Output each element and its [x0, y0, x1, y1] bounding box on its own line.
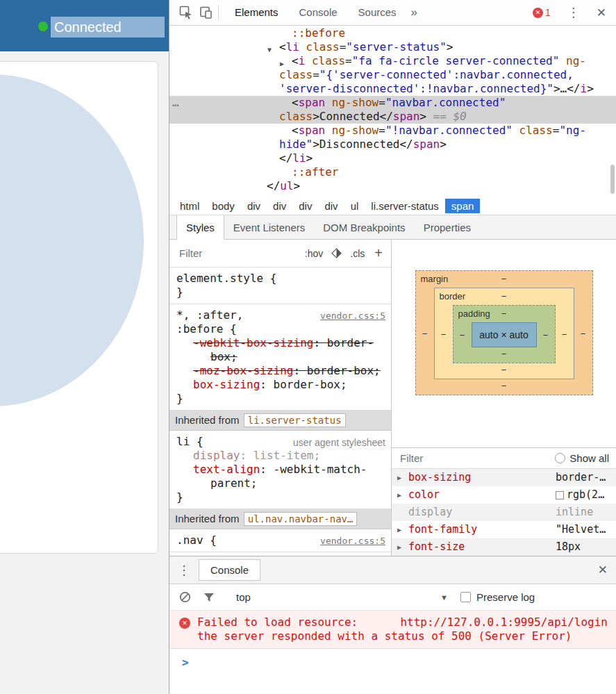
tree-node[interactable]: …<span ng-show="navbar.connected" class>…: [169, 96, 616, 124]
error-detail-text: the server responded with a status of 50…: [197, 629, 608, 643]
border-label: border: [440, 288, 466, 305]
expand-arrow-closed-icon[interactable]: ▶: [397, 486, 408, 504]
tree-node[interactable]: </ul>: [169, 179, 616, 193]
tree-node[interactable]: ▼<li class="server-status">: [169, 40, 616, 54]
css-property[interactable]: display: list-item;: [176, 449, 385, 463]
more-tabs-icon[interactable]: »: [407, 6, 422, 19]
tab-styles[interactable]: Styles: [176, 215, 224, 240]
stylesheet-source-link[interactable]: user agent stylesheet: [293, 435, 385, 448]
breadcrumb-item[interactable]: ul: [344, 199, 365, 213]
margin-right-value[interactable]: −: [574, 288, 592, 379]
diamond-icon[interactable]: [331, 248, 342, 258]
filter-icon[interactable]: [203, 593, 215, 602]
tab-sources[interactable]: Sources: [348, 0, 407, 25]
breadcrumb-item[interactable]: div: [267, 199, 292, 213]
expand-arrow-closed-icon[interactable]: ▶: [397, 521, 408, 538]
computed-column: margin − − border − −: [392, 240, 616, 556]
tab-console[interactable]: Console: [289, 0, 348, 25]
new-style-rule-button[interactable]: +: [374, 245, 383, 261]
styles-rules-column: :hov .cls + element.style {}*, :after, :…: [169, 240, 392, 556]
margin-left-value[interactable]: −: [416, 288, 434, 379]
box-model-padding[interactable]: padding − − auto × auto − −: [453, 305, 556, 363]
expand-arrow-closed-icon[interactable]: ▶: [280, 57, 284, 71]
breadcrumb-item[interactable]: li.server-status: [365, 199, 445, 213]
box-model-content[interactable]: auto × auto: [472, 322, 537, 347]
padding-right-value[interactable]: −: [537, 322, 555, 347]
drawer-tab-console[interactable]: Console: [199, 559, 260, 581]
rule-selector[interactable]: .nav {: [176, 534, 315, 547]
preserve-log-checkbox[interactable]: [460, 592, 471, 602]
show-all-checkbox[interactable]: [555, 453, 565, 463]
css-property[interactable]: -moz-box-sizing: border-box;: [176, 364, 385, 378]
padding-bottom-value[interactable]: −: [453, 347, 555, 363]
breadcrumb-item[interactable]: span: [445, 199, 481, 213]
tree-node[interactable]: ::after: [169, 165, 616, 179]
border-bottom-value[interactable]: −: [435, 363, 574, 379]
computed-property-row[interactable]: displayinline: [392, 504, 616, 521]
rule-selector[interactable]: li {: [176, 435, 288, 449]
computed-list: ▶box-sizingborder-…▶colorrgb(2…displayin…: [392, 469, 616, 556]
border-left-value[interactable]: −: [435, 305, 453, 363]
margin-top-value[interactable]: −: [501, 274, 507, 284]
drawer-menu-icon[interactable]: ⋮: [178, 563, 190, 578]
error-message-text: Failed to load resource:: [197, 615, 358, 629]
padding-left-value[interactable]: −: [453, 322, 472, 347]
computed-property-row[interactable]: ▶colorrgb(2…: [392, 486, 616, 504]
expand-arrow-closed-icon[interactable]: ▶: [397, 538, 408, 556]
execution-context-select[interactable]: top ▼: [227, 591, 448, 603]
devtools-toolbar: Elements Console Sources » ✕ 1 ⋮ ✕: [169, 0, 616, 26]
computed-property-row[interactable]: ▶box-sizingborder-…: [392, 469, 616, 486]
rule-selector[interactable]: element.style {: [176, 272, 385, 286]
tab-properties[interactable]: Properties: [415, 215, 480, 239]
tab-event-listeners[interactable]: Event Listeners: [224, 215, 314, 239]
tree-node[interactable]: ::before: [169, 26, 616, 40]
computed-property-row[interactable]: ▶font-size18px: [392, 538, 616, 556]
margin-bottom-value[interactable]: −: [416, 379, 592, 395]
expand-arrow-closed-icon[interactable]: ▶: [397, 469, 408, 486]
rule-selector[interactable]: *, :after, :before {: [176, 308, 315, 336]
padding-top-value[interactable]: −: [501, 308, 507, 319]
preserve-log-label: Preserve log: [476, 591, 535, 603]
color-swatch[interactable]: [556, 491, 564, 499]
style-rule: *, :after, :before {vendor.css:5-webkit-…: [169, 304, 391, 411]
stylesheet-source-link[interactable]: vendor.css:5: [320, 308, 385, 321]
device-toolbar-icon[interactable]: [196, 3, 215, 22]
console-prompt[interactable]: >: [169, 649, 616, 669]
toggle-element-state-button[interactable]: :hov: [305, 248, 323, 259]
error-source-link[interactable]: http://127.0.0.1:9995/api/login: [393, 615, 608, 629]
tab-elements[interactable]: Elements: [224, 0, 289, 25]
tab-dom-breakpoints[interactable]: DOM Breakpoints: [314, 215, 414, 239]
breadcrumb-item[interactable]: div: [292, 199, 318, 213]
box-model-border[interactable]: border − − padding −: [434, 288, 574, 379]
execution-context-value: top: [236, 591, 251, 603]
inherited-from-header: Inherited from ul.nav.navbar-nav…: [169, 509, 391, 529]
devtools-menu-icon[interactable]: ⋮: [567, 5, 580, 20]
breadcrumb-item[interactable]: body: [206, 199, 241, 213]
element-classes-button[interactable]: .cls: [350, 248, 365, 259]
computed-filter-input[interactable]: [399, 452, 468, 465]
box-model-margin[interactable]: margin − − border − −: [415, 270, 593, 395]
breadcrumb-item[interactable]: html: [174, 199, 206, 213]
stylesheet-source-link[interactable]: vendor.css:5: [320, 534, 385, 546]
computed-property-row[interactable]: ▶font-family"Helvet…: [392, 521, 616, 538]
tree-node[interactable]: ▶<i class="fa fa-circle server-connected…: [169, 54, 616, 96]
page-preview: Connected: [0, 0, 169, 694]
css-property[interactable]: -webkit-box-sizing: border-box;: [176, 336, 385, 364]
tree-node[interactable]: <span ng-show="!navbar.connected" class=…: [169, 124, 616, 151]
drawer-close-icon[interactable]: ✕: [598, 563, 608, 577]
devtools-close-icon[interactable]: ✕: [597, 6, 606, 20]
css-property[interactable]: box-sizing: border-box;: [176, 378, 385, 392]
error-count-badge[interactable]: ✕ 1: [533, 7, 551, 18]
border-top-value[interactable]: −: [501, 291, 507, 301]
clear-console-icon[interactable]: [179, 591, 191, 603]
breadcrumb-item[interactable]: div: [318, 199, 344, 213]
styles-filter-input[interactable]: [178, 247, 297, 260]
tree-node[interactable]: </li>: [169, 151, 616, 165]
css-property[interactable]: text-align: -webkit-match-parent;: [176, 463, 385, 490]
inspect-element-icon[interactable]: [176, 3, 196, 22]
border-right-value[interactable]: −: [556, 305, 574, 363]
inherited-selector-link[interactable]: li.server-status: [244, 413, 346, 427]
breadcrumb-item[interactable]: div: [241, 199, 267, 213]
preserve-log-control[interactable]: Preserve log: [460, 591, 535, 603]
inherited-selector-link[interactable]: ul.nav.navbar-nav…: [244, 512, 358, 526]
